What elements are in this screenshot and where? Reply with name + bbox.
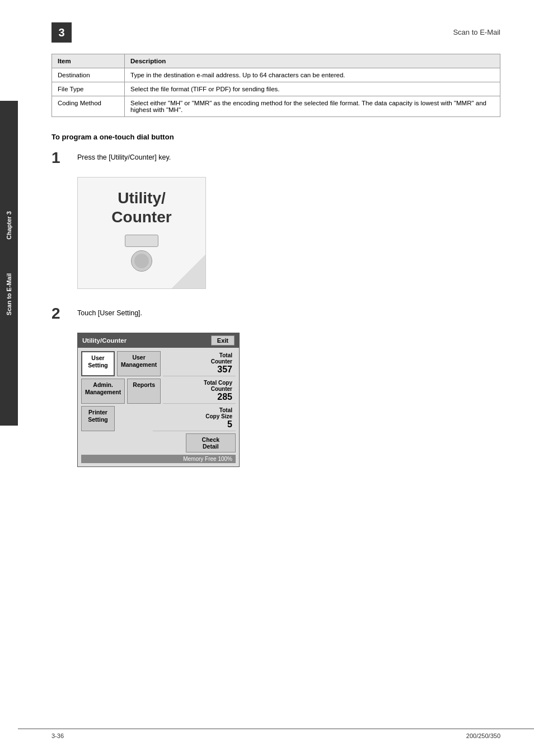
ui-row-3: PrinterSetting TotalCopy Size 5 — [81, 406, 236, 431]
user-management-button[interactable]: UserManagement — [117, 351, 161, 376]
key-circle-shape — [131, 250, 152, 272]
model-numbers: 200/250/350 — [466, 732, 500, 739]
item-destination: Destination — [52, 68, 125, 82]
total-copy-size-label: TotalCopy Size — [156, 407, 232, 419]
ui-mockup-header: Utility/Counter Exit — [78, 333, 239, 348]
desc-file-type: Select the file format (TIFF or PDF) for… — [125, 82, 500, 96]
table-row: Coding Method Select either "MH" or "MMR… — [52, 96, 500, 117]
memory-free-bar: Memory Free 100% — [81, 455, 236, 463]
item-coding-method: Coding Method — [52, 96, 125, 117]
key-rect-shape — [125, 235, 158, 247]
desc-destination: Type in the destination e-mail address. … — [125, 68, 500, 82]
total-copy-size-col: TotalCopy Size 5 — [153, 406, 236, 431]
ui-mockup-body: UserSetting UserManagement TotalCounter … — [78, 348, 239, 466]
total-counter-col: TotalCounter 357 — [163, 351, 236, 376]
total-copy-counter-col: Total CopyCounter 285 — [163, 379, 236, 404]
empty-btn — [117, 406, 151, 431]
total-copy-counter-value: 285 — [166, 392, 232, 402]
item-file-type: File Type — [52, 82, 125, 96]
total-copy-size-value: 5 — [156, 419, 232, 430]
step-1-number: 1 — [51, 150, 68, 166]
table-row: Destination Type in the destination e-ma… — [52, 68, 500, 82]
main-content: 3 Scan to E-Mail Item Description Destin… — [18, 0, 534, 756]
ui-row-4: CheckDetail — [81, 433, 236, 452]
chapter-number-box: 3 — [51, 22, 72, 43]
printer-setting-button[interactable]: PrinterSetting — [81, 406, 115, 431]
side-tab: Chapter 3 Scan to E-Mail — [0, 101, 18, 426]
step-2: 2 Touch [User Setting]. — [51, 306, 500, 321]
ui-mockup: Utility/Counter Exit UserSetting UserMan… — [77, 333, 240, 467]
exit-button[interactable]: Exit — [211, 335, 235, 346]
utility-counter-image: Utility/Counter — [77, 177, 206, 289]
utility-key-text: Utility/Counter — [111, 189, 171, 226]
user-setting-button[interactable]: UserSetting — [81, 351, 115, 376]
ui-row-2: Admin.Management Reports Total CopyCount… — [81, 379, 236, 404]
table-row: File Type Select the file format (TIFF o… — [52, 82, 500, 96]
total-copy-counter-label: Total CopyCounter — [166, 380, 232, 392]
ui-row-1: UserSetting UserManagement TotalCounter … — [81, 351, 236, 376]
page-header: 3 Scan to E-Mail — [51, 22, 500, 43]
page-number: 3-36 — [51, 732, 64, 739]
reports-button[interactable]: Reports — [127, 379, 161, 404]
total-copy-size-block: TotalCopy Size 5 — [153, 406, 236, 431]
col-header-description: Description — [125, 54, 500, 68]
key-circle-inner-shape — [134, 254, 149, 268]
step-1-text: Press the [Utility/Counter] key. — [77, 150, 171, 161]
total-counter-label: TotalCounter — [166, 352, 232, 365]
feature-label: Scan to E-Mail — [6, 273, 12, 315]
step-2-number: 2 — [51, 306, 68, 321]
col-header-item: Item — [52, 54, 125, 68]
check-detail-button[interactable]: CheckDetail — [186, 433, 236, 452]
step-1: 1 Press the [Utility/Counter] key. — [51, 150, 500, 166]
total-counter-block: TotalCounter 357 — [163, 351, 236, 376]
key-button — [125, 235, 158, 272]
properties-table: Item Description Destination Type in the… — [51, 54, 500, 117]
desc-coding-method: Select either "MH" or "MMR" as the encod… — [125, 96, 500, 117]
page-footer: 3-36 200/250/350 — [18, 729, 534, 739]
section-heading: To program a one-touch dial button — [51, 133, 500, 141]
total-copy-counter-block: Total CopyCounter 285 — [163, 379, 236, 404]
ui-title: Utility/Counter — [82, 337, 127, 344]
step-2-text: Touch [User Setting]. — [77, 306, 142, 317]
check-detail-col: CheckDetail — [186, 433, 236, 452]
page-title: Scan to E-Mail — [453, 22, 500, 36]
admin-management-button[interactable]: Admin.Management — [81, 379, 125, 404]
chapter-label: Chapter 3 — [6, 211, 12, 240]
total-counter-value: 357 — [166, 365, 232, 375]
